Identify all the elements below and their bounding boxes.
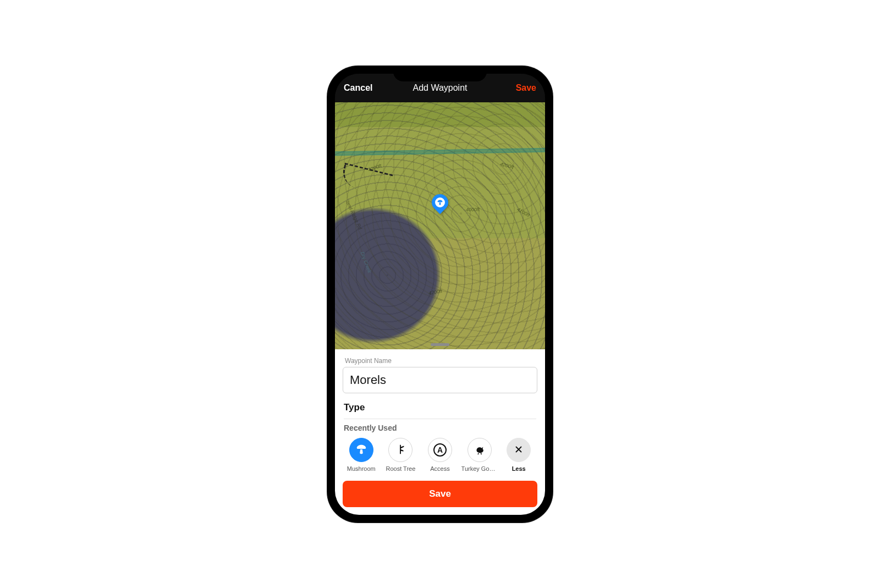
save-button[interactable]: Save [343, 481, 537, 507]
recent-types-row: Mushroom Roost Tree A Access [343, 438, 537, 472]
sheet-grab-handle[interactable] [431, 343, 449, 346]
contour-label: 4200ft [428, 288, 442, 295]
access-icon: A [433, 443, 447, 457]
mushroom-icon [435, 197, 445, 207]
type-chip-label: Mushroom [347, 465, 376, 472]
map-view[interactable]: 4200ft 4200ft 4000ft 4100ft 4200ft 4000f… [335, 102, 545, 349]
turkey-icon [474, 443, 486, 457]
creek-label: Dry Creek [360, 251, 372, 273]
app-screen: Cancel Add Waypoint Save 4200ft 4200ft 4… [335, 74, 545, 515]
road-label: land Ridge Rd [345, 200, 363, 230]
type-chip-turkey-gobble[interactable]: Turkey Gob... [461, 438, 498, 472]
type-chip-mushroom[interactable]: Mushroom [343, 438, 380, 472]
type-chip-label: Access [430, 465, 449, 472]
waypoint-name-input[interactable] [343, 367, 537, 393]
phone-frame: Cancel Add Waypoint Save 4200ft 4200ft 4… [327, 66, 553, 523]
type-chip-label: Roost Tree [386, 465, 415, 472]
type-chip-access[interactable]: A Access [421, 438, 459, 472]
mushroom-icon [355, 443, 367, 457]
type-heading: Type [344, 402, 536, 419]
waypoint-pin[interactable] [432, 194, 448, 211]
cancel-button[interactable]: Cancel [344, 83, 372, 93]
contour-label: 4000ft [466, 207, 480, 212]
phone-notch [393, 66, 487, 81]
roost-tree-icon [394, 443, 406, 457]
type-chip-roost-tree[interactable]: Roost Tree [382, 438, 420, 472]
map-trail [339, 162, 393, 196]
map-road [335, 147, 545, 156]
type-chip-label: Less [512, 465, 526, 472]
close-icon [514, 444, 524, 455]
nav-save-button[interactable]: Save [516, 83, 536, 93]
recently-used-heading: Recently Used [344, 424, 536, 432]
type-chip-less[interactable]: Less [500, 438, 537, 472]
contour-label: 4100ft [516, 206, 531, 218]
type-chip-label: Turkey Gob... [461, 465, 498, 472]
waypoint-name-label: Waypoint Name [345, 357, 535, 365]
bottom-sheet: Waypoint Name Type Recently Used Mushroo… [335, 349, 545, 515]
contour-label: 4200ft [499, 161, 514, 169]
